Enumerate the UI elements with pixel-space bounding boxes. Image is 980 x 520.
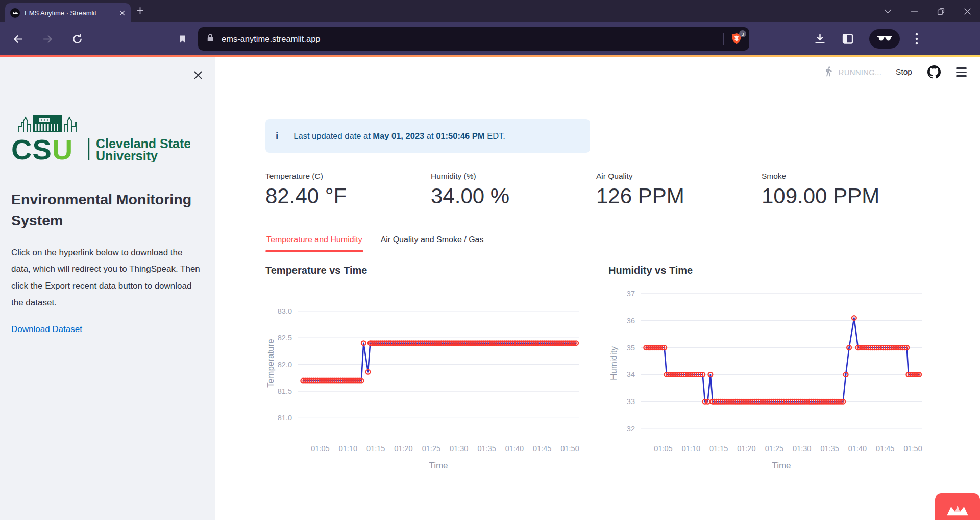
svg-text:01:20: 01:20	[394, 444, 412, 453]
svg-text:Temperature: Temperature	[266, 339, 276, 387]
url-bar[interactable]: ems-anytime.streamlit.app 3	[198, 27, 749, 51]
metric-value: 82.40 °F	[265, 184, 431, 208]
charts-row: Temperature vs Time 81.081.582.082.583.0…	[265, 265, 927, 475]
svg-text:01:05: 01:05	[311, 444, 329, 453]
urlbar-divider	[723, 33, 724, 45]
back-button[interactable]	[9, 30, 27, 48]
window-close-icon[interactable]	[960, 4, 975, 19]
brave-shield-icon[interactable]: 3	[730, 32, 743, 45]
metric-label: Smoke	[762, 172, 927, 181]
humidity-chart: Humidity vs Time 32333435363701:0501:100…	[608, 265, 927, 475]
svg-text:01:30: 01:30	[450, 444, 468, 453]
svg-text:82.0: 82.0	[278, 361, 292, 369]
svg-text:01:35: 01:35	[477, 444, 496, 453]
main-area: RUNNING... Stop i Last updated date at M…	[215, 57, 980, 520]
forward-button[interactable]	[39, 30, 56, 48]
humidity-chart-plot: 32333435363701:0501:1001:1501:2001:2501:…	[608, 285, 927, 475]
svg-text:Humidity: Humidity	[609, 346, 619, 381]
sidebar-description: Click on the hyperlink below to download…	[11, 245, 203, 312]
metric-smoke: Smoke 109.00 PPM	[762, 172, 927, 208]
svg-text:01:40: 01:40	[505, 444, 524, 453]
svg-text:01:15: 01:15	[709, 444, 728, 453]
svg-text:01:05: 01:05	[654, 444, 672, 453]
brave-shades-button[interactable]	[869, 29, 900, 49]
metric-value: 34.00 %	[431, 184, 596, 208]
svg-text:33: 33	[627, 397, 635, 406]
sidebar-close-icon[interactable]	[191, 68, 205, 82]
browser-tab-bar: EMS Anytime · Streamlit	[0, 0, 980, 22]
chart-title: Temperature vs Time	[265, 265, 584, 276]
temperature-chart: Temperature vs Time 81.081.582.082.583.0…	[265, 265, 584, 475]
lock-icon	[206, 33, 214, 44]
metric-air-quality: Air Quality 126 PPM	[596, 172, 762, 208]
metric-label: Humidity (%)	[431, 172, 596, 181]
browser-toolbar: ems-anytime.streamlit.app 3	[0, 22, 980, 55]
tab-temperature-humidity[interactable]: Temperature and Humidity	[265, 232, 363, 251]
svg-text:University: University	[96, 149, 158, 162]
info-text: Last updated date at May 01, 2023 at 01:…	[293, 131, 505, 141]
metric-value: 126 PPM	[596, 184, 762, 208]
svg-text:01:25: 01:25	[765, 444, 783, 453]
window-minimize-icon[interactable]	[906, 4, 922, 19]
browser-tab[interactable]: EMS Anytime · Streamlit	[5, 3, 131, 22]
chart-tabs: Temperature and Humidity Air Quality and…	[265, 232, 927, 251]
url-text: ems-anytime.streamlit.app	[222, 34, 717, 44]
svg-text:01:25: 01:25	[422, 444, 440, 453]
svg-text:01:20: 01:20	[737, 444, 755, 453]
window-restore-icon[interactable]	[933, 4, 948, 19]
svg-text:35: 35	[627, 344, 635, 352]
new-tab-button[interactable]	[136, 6, 144, 15]
svg-text:01:10: 01:10	[682, 444, 700, 453]
temperature-chart-plot: 81.081.582.082.583.001:0501:1001:1501:20…	[265, 285, 584, 475]
shield-badge: 3	[739, 30, 746, 37]
svg-text:Time: Time	[772, 461, 791, 470]
csu-logo: CSU Cleveland State University	[11, 113, 203, 164]
info-icon: i	[276, 130, 278, 141]
tab-title: EMS Anytime · Streamlit	[24, 9, 114, 17]
svg-text:01:15: 01:15	[366, 444, 385, 453]
svg-text:01:40: 01:40	[848, 444, 867, 453]
content-column: i Last updated date at May 01, 2023 at 0…	[265, 57, 927, 475]
chart-title: Humidity vs Time	[608, 265, 927, 276]
metric-temperature: Temperature (C) 82.40 °F	[265, 172, 431, 208]
info-banner: i Last updated date at May 01, 2023 at 0…	[265, 119, 590, 153]
side-panel-icon[interactable]	[842, 33, 854, 45]
toolbar-right-tools	[814, 29, 920, 49]
svg-text:01:50: 01:50	[903, 444, 922, 453]
metric-humidity: Humidity (%) 34.00 %	[431, 172, 596, 208]
svg-text:CSU: CSU	[11, 133, 73, 162]
window-chevron-icon[interactable]	[880, 4, 895, 19]
svg-text:01:10: 01:10	[339, 444, 357, 453]
streamlit-app: CSU Cleveland State University Environme…	[0, 57, 980, 520]
svg-text:83.0: 83.0	[278, 307, 292, 315]
metric-value: 109.00 PPM	[762, 184, 927, 208]
tab-close-icon[interactable]	[119, 10, 126, 16]
bookmark-icon[interactable]	[174, 30, 191, 48]
hamburger-menu-icon[interactable]	[956, 67, 967, 76]
svg-text:01:50: 01:50	[560, 444, 579, 453]
metric-label: Temperature (C)	[265, 172, 431, 181]
download-icon[interactable]	[814, 33, 826, 45]
download-dataset-link[interactable]: Download Dataset	[11, 324, 82, 335]
svg-text:01:35: 01:35	[820, 444, 839, 453]
csu-cs: CS	[11, 133, 52, 162]
svg-text:Time: Time	[429, 461, 448, 470]
sidebar-title: Environmental Monitoring System	[11, 189, 203, 231]
svg-text:32: 32	[627, 424, 635, 433]
svg-text:36: 36	[627, 317, 635, 325]
metrics-row: Temperature (C) 82.40 °F Humidity (%) 34…	[265, 172, 927, 208]
svg-text:81.5: 81.5	[278, 387, 292, 395]
reload-button[interactable]	[68, 30, 86, 48]
streamlit-badge[interactable]	[935, 493, 980, 520]
streamlit-favicon-icon	[10, 8, 20, 18]
svg-text:01:45: 01:45	[533, 444, 551, 453]
svg-text:01:45: 01:45	[876, 444, 894, 453]
github-icon[interactable]	[927, 65, 941, 79]
metric-label: Air Quality	[596, 172, 762, 181]
tab-air-quality-smoke[interactable]: Air Quality and Smoke / Gas	[380, 232, 485, 251]
svg-text:82.5: 82.5	[278, 334, 292, 342]
svg-text:34: 34	[627, 371, 635, 379]
svg-text:01:30: 01:30	[793, 444, 811, 453]
kebab-menu-icon[interactable]	[915, 33, 918, 45]
window-controls	[880, 0, 975, 22]
